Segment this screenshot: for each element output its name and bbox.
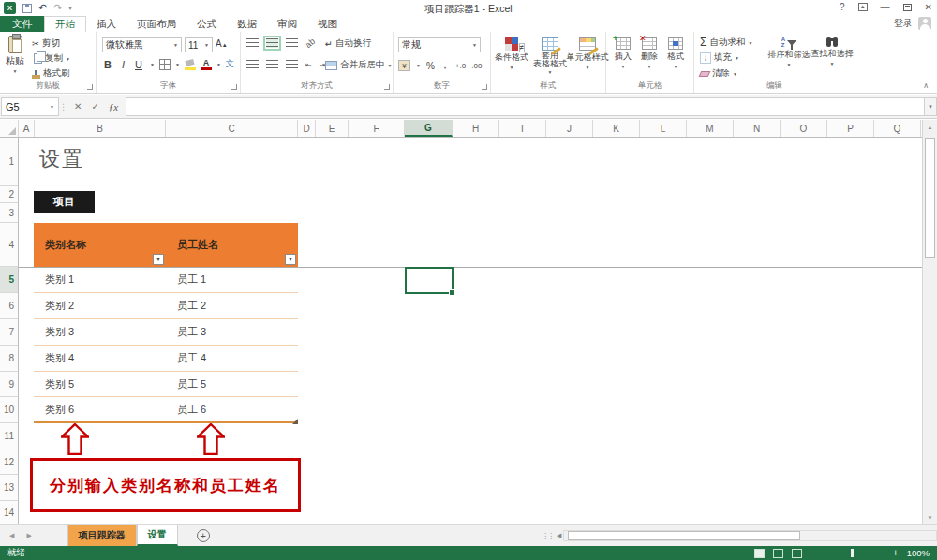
column-header[interactable]: E [316,120,349,137]
grow-font-button[interactable]: A▲ [216,38,228,49]
cut-button[interactable]: ✂剪切 [32,37,60,50]
column-header[interactable]: I [499,120,546,137]
tab-home[interactable]: 开始 [44,16,86,32]
table-header-cell[interactable]: 类别名称 ▼ [34,223,166,267]
bold-button[interactable]: B [101,59,114,70]
page-break-view-icon[interactable] [792,549,802,558]
expand-formula-bar-icon[interactable]: ▼ [924,97,937,116]
insert-cells-button[interactable]: + 插入 ▼ [611,37,635,69]
find-select-button[interactable]: 查找和选择 ▼ [811,37,854,66]
autosum-button[interactable]: Σ 自动求和 ▼ [700,37,752,49]
help-icon[interactable]: ? [840,2,845,12]
column-header[interactable]: A [19,120,35,137]
wrap-text-button[interactable]: ↵自动换行 [325,37,371,50]
zoom-level[interactable]: 100% [907,548,930,558]
restore-icon[interactable] [903,4,912,11]
delete-cells-button[interactable]: ✕ 删除 ▼ [637,37,662,69]
select-all-corner[interactable] [0,120,19,137]
chevron-down-icon[interactable]: ▼ [216,62,221,67]
chevron-down-icon[interactable]: ▼ [175,62,180,67]
merge-center-button[interactable]: 合并后居中 ▼ [325,59,392,71]
row-header[interactable]: 11 [0,423,18,449]
tab-formulas[interactable]: 公式 [186,16,227,32]
page-layout-view-icon[interactable] [773,549,783,558]
fill-color-icon[interactable] [185,59,196,70]
align-left-icon[interactable] [246,60,259,69]
row-header[interactable]: 9 [0,372,18,397]
italic-button[interactable]: I [119,59,127,70]
column-header[interactable]: C [166,120,298,137]
formula-input[interactable] [126,97,924,116]
table-cell[interactable]: 员工 5 [166,372,298,396]
filter-dropdown-icon[interactable]: ▼ [285,254,296,265]
column-header[interactable]: O [781,120,827,137]
column-header[interactable]: N [734,120,781,137]
horizontal-scrollbar[interactable]: ⋮⋮ ◀ [542,529,937,542]
sheet-tab-settings[interactable]: 设置 [137,525,178,546]
table-cell[interactable]: 类别 6 [34,397,166,421]
column-header[interactable]: F [349,120,405,137]
dialog-launcher-icon[interactable] [87,84,93,90]
align-center-icon[interactable] [266,60,278,69]
zoom-in-icon[interactable]: + [893,548,899,558]
row-header[interactable]: 4 [0,223,18,267]
row-header[interactable]: 2 [0,186,18,203]
column-header[interactable]: B [35,120,166,137]
name-box[interactable]: G5 ▼ [1,97,59,116]
table-cell[interactable]: 员工 2 [166,293,298,318]
cancel-entry-icon[interactable]: ✕ [74,101,82,111]
row-header[interactable]: 8 [0,346,18,372]
table-resize-handle[interactable] [292,419,298,424]
column-header[interactable]: L [640,120,687,137]
zoom-out-icon[interactable]: − [811,548,816,558]
table-cell[interactable]: 员工 6 [166,397,298,421]
row-header[interactable]: 6 [0,293,18,319]
tab-insert[interactable]: 插入 [86,16,126,32]
row-header[interactable]: 3 [0,203,18,223]
font-color-icon[interactable]: A [201,59,212,70]
sort-filter-button[interactable]: AZ 排序和筛选 ▼ [767,37,811,67]
increase-decimal-icon[interactable]: +.0 [455,62,466,70]
underline-button[interactable]: U [132,59,145,70]
column-header[interactable]: M [687,120,734,137]
cell-styles-button[interactable]: 单元格样式 ▼ [570,37,605,70]
scroll-down-icon[interactable]: ▼ [923,510,937,524]
row-header[interactable]: 12 [0,449,18,475]
comma-style-icon[interactable]: ， [440,59,450,72]
dialog-launcher-icon[interactable] [482,84,487,90]
column-header[interactable]: Q [874,120,921,137]
table-cell[interactable]: 员工 1 [166,267,298,292]
table-cell[interactable]: 员工 3 [166,319,298,345]
scrollbar-splitter[interactable]: ⋮⋮ [542,532,553,540]
sheet-tab-project-tracker[interactable]: 项目跟踪器 [67,525,137,546]
table-cell[interactable]: 类别 1 [34,267,166,292]
align-middle-icon[interactable] [266,38,278,48]
column-header[interactable]: K [593,120,640,137]
row-header[interactable]: 10 [0,397,18,423]
table-cell[interactable]: 类别 2 [34,293,166,318]
new-sheet-icon[interactable]: + [197,529,210,542]
column-header[interactable]: D [298,120,316,137]
align-bottom-icon[interactable] [286,38,298,48]
phonetic-guide-icon[interactable]: 文 [226,58,234,70]
sheet-nav-left-icon[interactable]: ◀ [9,532,14,539]
zoom-slider-thumb[interactable] [851,549,854,557]
copy-button[interactable]: 复制 ▼ [32,52,70,65]
clear-button[interactable]: 清除 ▼ [700,67,737,80]
vertical-scrollbar-thumb[interactable] [925,138,935,258]
table-cell[interactable]: 员工 4 [166,346,298,371]
table-cell[interactable]: 类别 5 [34,372,166,396]
tab-view[interactable]: 视图 [307,16,348,32]
sheet-nav-right-icon[interactable]: ▶ [26,532,31,539]
scroll-left-icon[interactable]: ◀ [557,532,561,539]
vertical-scrollbar[interactable]: ▲ ▼ [922,120,937,524]
project-button[interactable]: 项目 [34,191,95,213]
close-icon[interactable]: ✕ [925,2,932,12]
row-header-selected[interactable]: 5 [0,267,18,293]
dialog-launcher-icon[interactable] [384,84,390,90]
tab-page-layout[interactable]: 页面布局 [126,16,186,32]
normal-view-icon[interactable] [754,549,765,558]
accounting-format-icon[interactable]: ¥ [398,60,410,71]
font-family-combo[interactable]: 微软雅黑▼ [102,37,182,52]
sign-in-link[interactable]: 登录 [894,17,913,30]
